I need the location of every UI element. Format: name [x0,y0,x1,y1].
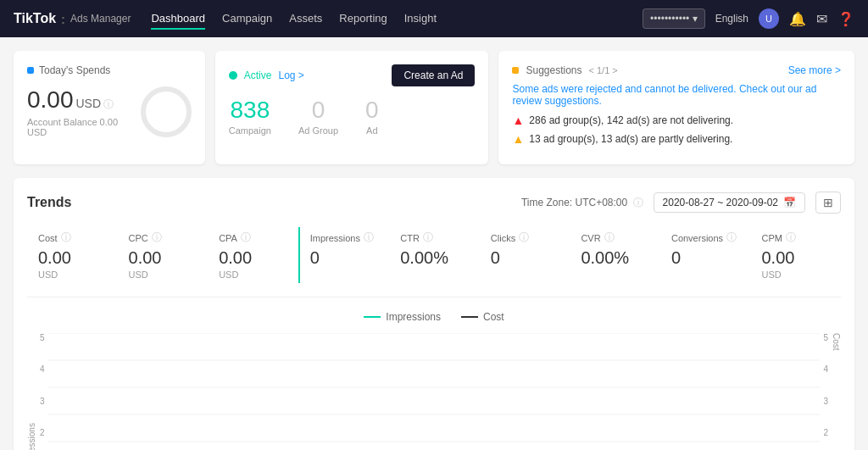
teal-dot-icon [229,71,237,80]
metric-item-ctr[interactable]: CTR ⓘ 0.00% [389,227,480,283]
suggestion-item-warning: ▲ 13 ad group(s), 13 ad(s) are partly de… [512,132,841,146]
nav-dashboard[interactable]: Dashboard [151,8,205,30]
metric-value: 0.00 [38,248,108,268]
chart-svg [48,333,821,450]
suggestion-warning-text: 13 ad group(s), 13 ad(s) are partly deli… [529,133,732,145]
metric-info-icon: ⓘ [519,231,529,245]
metric-value: 0 [671,248,741,268]
teal-line-icon [364,316,381,318]
metric-item-cpm[interactable]: CPM ⓘ 0.00 USD [751,227,842,283]
ad-count: 0 [365,97,379,124]
spends-amount: 0.00 [27,86,74,114]
suggestion-error-text: 286 ad group(s), 142 ad(s) are not deliv… [529,114,733,126]
y-axis-left-label: 2 [40,428,45,437]
account-balance: Account Balance 0.00 USD [27,117,127,137]
campaign-label: Campaign [229,125,271,136]
ad-stat: 0 Ad [365,97,379,136]
metric-item-cpc[interactable]: CPC ⓘ 0.00 USD [118,227,209,283]
metric-info-icon: ⓘ [423,231,433,245]
log-link[interactable]: Log > [278,69,303,81]
help-icon[interactable]: ❓ [837,11,854,27]
suggestions-card: Suggestions < 1/1 > See more > Some ads … [498,51,854,164]
legend-impressions-label: Impressions [386,311,441,323]
ad-label: Ad [365,125,379,136]
legend-cost-label: Cost [483,311,504,323]
metric-label: Clicks ⓘ [491,231,560,245]
timezone-info-icon[interactable]: ⓘ [633,197,643,208]
legend-impressions: Impressions [364,311,441,323]
nav-insight[interactable]: Insight [404,8,437,30]
metric-unit: USD [129,269,198,280]
nav-campaign[interactable]: Campaign [222,8,272,30]
metric-info-icon: ⓘ [241,231,251,245]
suggestions-nav[interactable]: < 1/1 > [589,65,618,75]
info-icon[interactable]: ⓘ [103,97,114,112]
metric-value: 0.00 [762,248,832,268]
trends-right: Time Zone: UTC+08:00 ⓘ 2020-08-27 ~ 2020… [521,192,841,214]
suggestion-item-error: ▲ 286 ad group(s), 142 ad(s) are not del… [512,114,841,127]
brand: TikTok : Ads Manager [14,11,131,26]
spends-text: 0.00 USD ⓘ Account Balance 0.00 USD [27,86,127,137]
error-icon: ▲ [512,114,524,127]
suggestions-title: Suggestions [526,64,581,76]
ads-manager-label: Ads Manager [70,13,131,25]
calendar-icon: 📅 [783,197,796,208]
ad-group-count: 0 [298,97,338,124]
metric-unit: USD [219,269,288,280]
metric-item-cvr[interactable]: CVR ⓘ 0.00% [570,227,660,283]
metric-label: Conversions ⓘ [671,231,741,245]
metric-value: 0.00% [581,248,650,268]
create-ad-button[interactable]: Create an Ad [392,64,475,86]
metric-item-clicks[interactable]: Clicks ⓘ 0 [480,227,570,283]
trends-section: Trends Time Zone: UTC+08:00 ⓘ 2020-08-27… [14,178,854,450]
y-axis-right-label: 5 [823,333,828,342]
campaign-stat: 838 Campaign [229,97,271,136]
metric-value: 0 [491,248,560,268]
suggestion-description: Some ads were rejected and cannot be del… [512,83,841,107]
spends-card-title: Today's Spends [27,64,192,76]
cost-axis-label: Cost [832,333,841,450]
chart-wrapper: Impressions 54321 54321 Cost [27,333,841,450]
nav-reporting[interactable]: Reporting [339,8,387,30]
y-axis-left: 54321 [40,333,45,450]
main-content: Today's Spends 0.00 USD ⓘ Account Balanc… [0,37,868,450]
blue-dot-icon [27,67,34,74]
metric-info-icon: ⓘ [786,231,796,245]
date-range-picker[interactable]: 2020-08-27 ~ 2020-09-02 📅 [654,192,805,213]
metric-label: CVR ⓘ [581,231,650,245]
metric-item-conversions[interactable]: Conversions ⓘ 0 [660,227,751,283]
y-axis-left-label: 4 [40,364,45,374]
ad-group-stat: 0 Ad Group [298,97,338,136]
warning-icon: ▲ [512,132,524,146]
notifications-icon[interactable]: 🔔 [789,11,806,27]
metric-value: 0.00% [400,248,470,268]
donut-chart [141,86,192,137]
spends-card: Today's Spends 0.00 USD ⓘ Account Balanc… [14,51,205,164]
ad-group-label: Ad Group [298,125,338,136]
metric-item-cost[interactable]: Cost ⓘ 0.00 USD [27,227,118,283]
nav-links: Dashboard Campaign Assets Reporting Insi… [151,8,622,30]
legend-cost: Cost [461,311,504,323]
language-label: English [715,13,748,25]
see-more-link[interactable]: See more > [788,64,841,76]
metric-label: Cost ⓘ [38,231,108,245]
export-button[interactable]: ⊞ [815,192,841,214]
metric-item-cpa[interactable]: CPA ⓘ 0.00 USD [208,227,298,283]
metric-item-impressions[interactable]: Impressions ⓘ 0 [298,227,390,283]
y-axis-right: 54321 [823,333,828,450]
active-card: Active Log > Create an Ad 838 Campaign 0… [215,51,489,164]
messages-icon[interactable]: ✉ [816,11,827,27]
suggestions-header: Suggestions < 1/1 > See more > [512,64,841,76]
impressions-axis-label: Impressions [27,333,36,450]
date-range-text: 2020-08-27 ~ 2020-09-02 [663,197,778,208]
navbar: TikTok : Ads Manager Dashboard Campaign … [0,0,868,37]
tiktok-logo: TikTok [14,11,56,26]
navbar-right: ••••••••••• ▾ English U 🔔 ✉ ❓ [643,8,854,29]
dark-line-icon [461,316,478,318]
metric-info-icon: ⓘ [364,231,374,245]
nav-assets[interactable]: Assets [289,8,322,30]
metric-label: Impressions ⓘ [310,231,380,245]
chart-legend: Impressions Cost [27,311,841,323]
account-selector[interactable]: ••••••••••• ▾ [643,8,705,29]
top-cards: Today's Spends 0.00 USD ⓘ Account Balanc… [14,51,854,164]
